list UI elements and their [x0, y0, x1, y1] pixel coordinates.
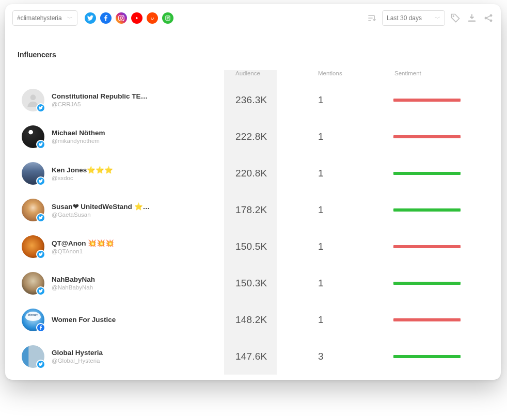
cell-sentiment	[393, 318, 494, 321]
svg-point-1	[120, 17, 123, 20]
avatar[interactable]	[22, 162, 44, 185]
twitter-badge-icon	[36, 360, 45, 369]
twitter-badge-icon	[36, 213, 45, 222]
cell-mentions: 1	[307, 131, 393, 142]
cell-name: QT@Anon 💥💥💥@QTAnon1	[12, 235, 224, 258]
sort-icon[interactable]	[367, 13, 377, 23]
twitter-badge-icon	[36, 140, 45, 149]
cell-audience: 148.2K	[224, 314, 307, 326]
facebook-badge-icon	[36, 323, 45, 332]
toolbar-actions	[450, 13, 494, 23]
cell-mentions: 1	[307, 168, 393, 179]
cell-sentiment	[393, 135, 494, 138]
cell-sentiment	[393, 99, 494, 102]
cell-name: NahBabyNah@NahBabyNah	[12, 272, 224, 295]
news-filter-icon[interactable]	[162, 12, 173, 24]
instagram-filter-icon[interactable]	[116, 12, 127, 24]
table-row[interactable]: Susan❤ UnitedWeStand ⭐…@GaetaSusan178.2K…	[12, 191, 494, 228]
sentiment-bar	[393, 282, 461, 285]
cell-mentions: 1	[307, 314, 393, 326]
chevron-down-icon: ﹀	[435, 14, 440, 22]
avatar[interactable]	[22, 89, 44, 111]
reddit-filter-icon[interactable]	[147, 12, 158, 24]
cell-mentions: 1	[307, 278, 393, 289]
download-icon[interactable]	[467, 13, 477, 23]
table-row[interactable]: WomenWomen For Justice148.2K1	[12, 301, 494, 338]
influencer-name: Global Hysteria	[52, 349, 103, 357]
avatar[interactable]	[22, 345, 44, 368]
cell-mentions: 3	[307, 351, 393, 362]
table-row[interactable]: Constitutional Republic TE…@CRRJA5236.3K…	[12, 82, 494, 118]
influencer-handle: @mikandynothem	[52, 138, 105, 144]
chevron-down-icon: ﹀	[67, 14, 73, 22]
table-row[interactable]: QT@Anon 💥💥💥@QTAnon1150.5K1	[12, 228, 494, 265]
influencer-handle: @sxdoc	[52, 175, 113, 181]
cell-name: WomenWomen For Justice	[12, 309, 224, 331]
table-row[interactable]: Global Hysteria@Global_Hysteria147.6K3	[12, 338, 494, 375]
cell-sentiment	[393, 355, 494, 358]
influencer-handle: @QTAnon1	[52, 248, 114, 254]
sentiment-bar	[393, 135, 461, 138]
cell-mentions: 1	[307, 94, 393, 106]
avatar[interactable]	[22, 125, 44, 148]
cell-audience: 220.8K	[224, 168, 307, 179]
table-header: Audience Mentions Sentiment	[12, 70, 494, 82]
avatar[interactable]	[22, 235, 44, 258]
influencer-handle: @Global_Hysteria	[52, 358, 103, 364]
cell-name: Constitutional Republic TE…@CRRJA5	[12, 89, 224, 111]
svg-point-4	[153, 18, 154, 19]
facebook-filter-icon[interactable]	[100, 12, 112, 24]
col-header-mentions[interactable]: Mentions	[307, 70, 393, 76]
date-range-label: Last 30 days	[387, 14, 422, 22]
col-header-audience[interactable]: Audience	[224, 70, 307, 76]
influencer-name: Michael Nöthem	[52, 129, 105, 137]
cell-mentions: 1	[307, 241, 393, 252]
influencer-name: QT@Anon 💥💥💥	[52, 239, 114, 247]
svg-point-3	[151, 18, 152, 19]
cell-name: Ken Jones⭐⭐⭐@sxdoc	[12, 162, 224, 185]
influencer-name: Women For Justice	[52, 316, 116, 324]
influencer-handle: @NahBabyNah	[52, 284, 95, 290]
app-card: #climatehysteria ﹀ Last 30 days ﹀ Influe…	[5, 4, 501, 380]
table-body: Constitutional Republic TE…@CRRJA5236.3K…	[12, 82, 494, 375]
svg-point-10	[30, 94, 36, 100]
sentiment-bar	[393, 208, 461, 212]
panel-title: Influencers	[12, 41, 494, 70]
cell-audience: 178.2K	[224, 204, 307, 216]
table-row[interactable]: Ken Jones⭐⭐⭐@sxdoc220.8K1	[12, 155, 494, 191]
date-range-dropdown[interactable]: Last 30 days ﹀	[382, 10, 445, 26]
avatar[interactable]	[22, 272, 44, 295]
cell-name: Susan❤ UnitedWeStand ⭐…@GaetaSusan	[12, 199, 224, 221]
influencer-name: Constitutional Republic TE…	[52, 92, 148, 100]
cell-sentiment	[393, 245, 494, 248]
twitter-badge-icon	[36, 176, 45, 186]
twitter-filter-icon[interactable]	[85, 12, 96, 24]
topbar: #climatehysteria ﹀ Last 30 days ﹀	[5, 4, 501, 28]
col-header-sentiment[interactable]: Sentiment	[393, 70, 494, 76]
influencer-name: Ken Jones⭐⭐⭐	[52, 166, 113, 174]
hashtag-dropdown-label: #climatehysteria	[17, 14, 62, 22]
influencers-panel: Influencers Audience Mentions Sentiment …	[12, 41, 494, 375]
table-row[interactable]: NahBabyNah@NahBabyNah150.3K1	[12, 265, 494, 301]
sentiment-bar	[393, 318, 461, 321]
youtube-filter-icon[interactable]	[131, 12, 142, 24]
avatar[interactable]: Women	[22, 309, 44, 331]
cell-audience: 147.6K	[224, 351, 307, 362]
influencer-name: NahBabyNah	[52, 276, 95, 283]
influencers-table: Audience Mentions Sentiment Constitution…	[12, 70, 494, 375]
table-row[interactable]: Michael Nöthem@mikandynothem222.8K1	[12, 118, 494, 155]
influencer-handle: @CRRJA5	[52, 101, 148, 107]
avatar[interactable]	[22, 199, 44, 221]
tag-icon[interactable]	[450, 13, 461, 23]
cell-name: Michael Nöthem@mikandynothem	[12, 125, 224, 148]
svg-point-2	[123, 16, 123, 17]
cell-audience: 236.3K	[224, 94, 307, 106]
hashtag-dropdown[interactable]: #climatehysteria ﹀	[12, 10, 77, 26]
cell-sentiment	[393, 208, 494, 212]
cell-sentiment	[393, 172, 494, 175]
cell-audience: 150.3K	[224, 278, 307, 289]
sentiment-bar	[393, 355, 461, 358]
cell-mentions: 1	[307, 204, 393, 216]
share-icon[interactable]	[483, 13, 494, 23]
svg-point-6	[453, 15, 454, 17]
